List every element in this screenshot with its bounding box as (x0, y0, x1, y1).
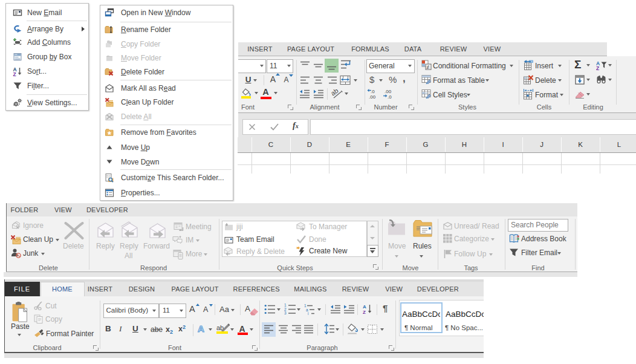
svg-text:A: A (363, 304, 366, 310)
svg-text:i: i (308, 311, 308, 315)
svg-text:Z: Z (596, 65, 599, 71)
svg-text:A: A (198, 323, 204, 334)
svg-text:≠: ≠ (427, 64, 430, 70)
svg-text:Z: Z (363, 310, 366, 315)
svg-text:.00: .00 (385, 89, 392, 94)
svg-text:3: 3 (284, 311, 287, 315)
svg-text:.0: .0 (371, 89, 375, 94)
svg-text:Z: Z (13, 71, 16, 77)
svg-text:.00: .00 (369, 94, 376, 99)
svg-text:.0: .0 (388, 94, 392, 99)
